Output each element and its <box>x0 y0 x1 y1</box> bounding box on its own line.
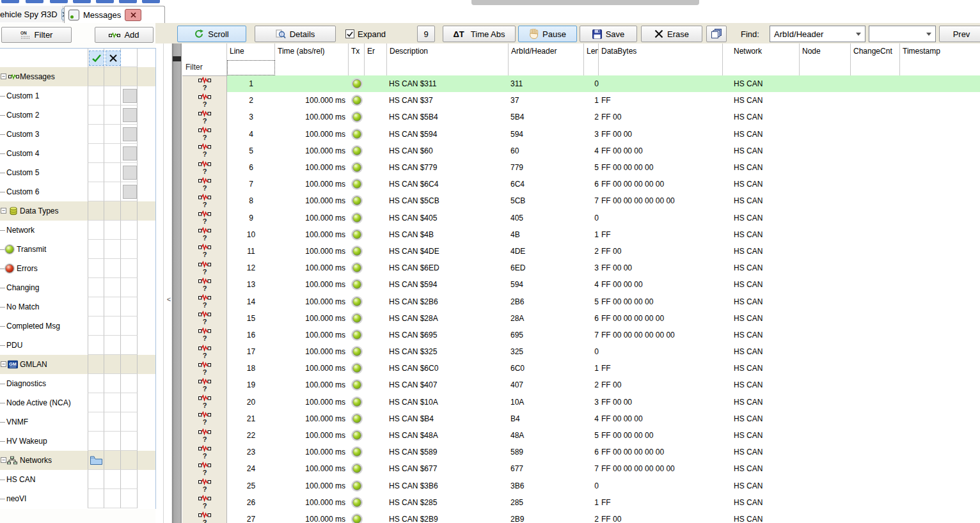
sidebar-item-diagnostics[interactable]: Diagnostics <box>0 374 155 393</box>
table-row[interactable]: ?16100.000 msHS CAN $6956957FF 00 00 00 … <box>182 327 980 343</box>
filter-cell[interactable] <box>349 60 365 75</box>
table-row[interactable]: ?12100.000 msHS CAN $6ED6ED3FF 00 00HS C… <box>182 260 980 276</box>
table-row[interactable]: ?21100.000 msHS CAN $B4B44FF 00 00 00HS … <box>182 410 980 427</box>
grid-cell[interactable] <box>121 221 138 240</box>
collapse-expander-icon[interactable]: − <box>1 74 6 79</box>
grid-cell[interactable] <box>104 489 121 508</box>
grid-cell[interactable] <box>104 240 121 259</box>
grid-cell[interactable] <box>104 125 121 144</box>
uncheck-all-button[interactable] <box>106 51 121 66</box>
sidebar-item-hv-wakeup[interactable]: HV Wakeup <box>0 432 155 451</box>
table-row[interactable]: ?9100.000 msHS CAN $4054050HS CAN <box>182 210 980 226</box>
table-row[interactable]: ?17100.000 msHS CAN $3253250HS CAN <box>182 343 980 360</box>
table-row[interactable]: ?20100.000 msHS CAN $10A10A3FF 00 00HS C… <box>182 394 980 410</box>
table-row[interactable]: ?4100.000 msHS CAN $5945943FF 00 00HS CA… <box>182 126 980 143</box>
sidebar-item-custom-5[interactable]: Custom 5 <box>0 163 155 182</box>
grid-cell[interactable] <box>104 355 121 374</box>
column-header-len[interactable]: Len <box>584 43 599 60</box>
column-header-tx[interactable]: Tx <box>349 43 365 60</box>
table-row[interactable]: ?6100.000 msHS CAN $7797795FF 00 00 00 0… <box>182 159 980 176</box>
panel-splitter[interactable] <box>163 23 164 523</box>
grid-cell[interactable] <box>104 470 121 489</box>
table-row[interactable]: ?2100.000 msHS CAN $37371FFHS CAN <box>182 92 980 109</box>
grid-cell[interactable] <box>121 278 138 297</box>
sidebar-item-transmit[interactable]: Transmit <box>0 240 155 259</box>
grid-cell[interactable] <box>121 451 138 470</box>
grid-cell[interactable] <box>88 86 104 105</box>
filter-cell[interactable] <box>800 60 851 75</box>
sidebar-item-networks[interactable]: −Networks <box>0 451 155 470</box>
grid-cell[interactable] <box>104 67 121 86</box>
pause-button[interactable]: Pause <box>518 26 577 42</box>
table-row[interactable]: ?26100.000 msHS CAN $2852851FFHS CAN <box>182 494 980 511</box>
find-text-input[interactable] <box>869 26 936 42</box>
collapse-expander-icon[interactable]: − <box>1 457 6 463</box>
grid-cell[interactable] <box>88 163 104 182</box>
column-header-arbid[interactable]: ArbId/Header <box>509 43 584 60</box>
table-row[interactable]: ?19100.000 msHS CAN $4074072FF 00HS CAN <box>182 377 980 393</box>
scroll-thumb[interactable] <box>173 56 181 61</box>
collapse-expander-icon[interactable]: − <box>1 208 6 214</box>
column-header-node[interactable]: Node <box>800 43 851 60</box>
grid-cell[interactable] <box>88 278 104 297</box>
tab-messages[interactable]: Messages <box>64 6 165 23</box>
filter-color-box[interactable] <box>123 146 137 160</box>
filter-button[interactable]: ON Filter <box>1 27 72 43</box>
sidebar-item-completed-msg[interactable]: Completed Msg <box>0 316 155 336</box>
grid-cell[interactable] <box>121 297 138 316</box>
table-row[interactable]: ?25100.000 msHS CAN $3B63B60HS CAN <box>182 478 980 494</box>
time-abs-button[interactable]: ΔT Time Abs <box>443 26 516 42</box>
grid-cell[interactable] <box>104 182 121 201</box>
column-header-network[interactable]: Network <box>723 43 800 60</box>
table-row[interactable]: ?14100.000 msHS CAN $2B62B65FF 00 00 00 … <box>182 293 980 309</box>
details-button[interactable]: Details <box>255 26 336 42</box>
sidebar-item-custom-4[interactable]: Custom 4 <box>0 144 155 163</box>
folder-icon[interactable] <box>90 456 102 467</box>
sidebar-item-pdu[interactable]: PDU <box>0 336 155 355</box>
grid-cell[interactable] <box>121 316 138 336</box>
grid-cell[interactable] <box>88 316 104 336</box>
table-row[interactable]: ?23100.000 msHS CAN $5895896FF 00 00 00 … <box>182 444 980 460</box>
table-row[interactable]: ?5100.000 msHS CAN $60604FF 00 00 00HS C… <box>182 143 980 159</box>
filter-color-box[interactable] <box>123 166 137 180</box>
filter-cell[interactable] <box>599 60 723 75</box>
column-header-timestamp[interactable]: Timestamp <box>900 43 980 60</box>
tab-vehicle-spy[interactable]: ehicle Spy Я3D <box>0 6 63 22</box>
filter-color-box[interactable] <box>123 185 137 199</box>
grid-cell[interactable] <box>104 432 121 451</box>
filter-cell[interactable] <box>900 60 980 75</box>
erase-button[interactable]: Erase <box>641 26 702 42</box>
grid-cell[interactable] <box>104 221 121 240</box>
close-tab-icon[interactable] <box>125 9 141 21</box>
grid-cell[interactable] <box>104 451 121 470</box>
grid-cell[interactable] <box>88 259 104 278</box>
sidebar-item-changing[interactable]: Changing <box>0 278 155 297</box>
grid-cell[interactable] <box>88 105 104 125</box>
grid-cell[interactable] <box>88 393 104 412</box>
grid-cell[interactable] <box>121 393 138 412</box>
grid-cell[interactable] <box>88 432 104 451</box>
grid-cell[interactable] <box>121 355 138 374</box>
find-field-select[interactable]: ArbId/Header <box>770 26 865 42</box>
column-header-time[interactable]: Time (abs/rel) <box>275 43 349 60</box>
check-all-button[interactable] <box>89 51 104 66</box>
find-prev-button[interactable]: Prev <box>939 26 980 42</box>
filter-cell[interactable] <box>584 60 599 75</box>
sidebar-item-hs-can[interactable]: HS CAN <box>0 470 155 489</box>
grid-cell[interactable] <box>104 259 121 278</box>
grid-cell[interactable] <box>121 470 138 489</box>
grid-cell[interactable] <box>88 240 104 259</box>
expand-checkbox[interactable]: Expand <box>345 26 416 42</box>
filter-cell[interactable] <box>509 60 584 75</box>
table-row[interactable]: ?11100.000 msHS CAN $4DE4DE2FF 00HS CAN <box>182 243 980 260</box>
filter-cell[interactable] <box>365 60 387 75</box>
grid-cell[interactable] <box>104 393 121 412</box>
table-row[interactable]: ?1HS CAN $3113110HS CAN <box>182 75 980 92</box>
grid-cell[interactable] <box>88 336 104 355</box>
grid-cell[interactable] <box>121 201 138 221</box>
sidebar-item-neovi[interactable]: neoVI <box>0 489 155 508</box>
table-row[interactable]: ?8100.000 msHS CAN $5CB5CB7FF 00 00 00 0… <box>182 192 980 209</box>
column-header-line[interactable]: Line <box>227 43 275 60</box>
grid-cell[interactable] <box>121 259 138 278</box>
add-button[interactable]: Add <box>95 27 154 43</box>
